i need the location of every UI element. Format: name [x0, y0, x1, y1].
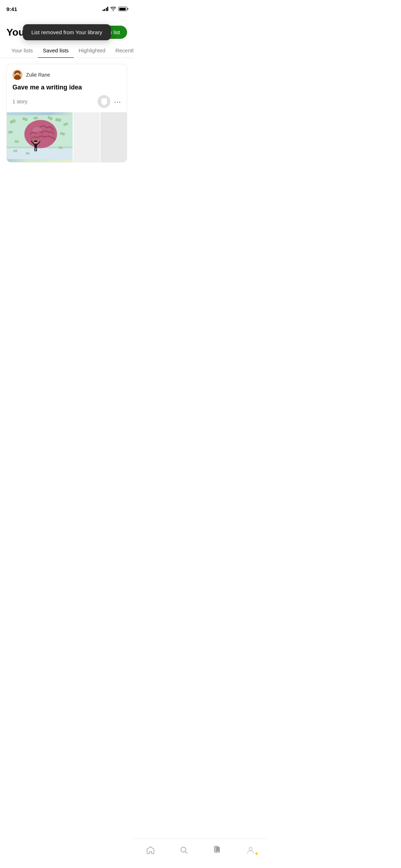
list-title[interactable]: Gave me a writing idea [12, 83, 121, 92]
toast-notification: List removed from Your library [23, 24, 111, 40]
bookmark-stack-button[interactable] [98, 95, 110, 108]
tab-your-lists[interactable]: Your lists [6, 43, 38, 58]
brain-scene-svg [7, 112, 73, 162]
list-card: Zulie Rane Gave me a writing idea 1 stor… [6, 64, 127, 162]
list-actions: ··· [98, 95, 121, 108]
list-card-top: Zulie Rane Gave me a writing idea 1 stor… [7, 64, 127, 112]
status-bar: 9:41 [0, 0, 134, 16]
tab-saved-lists[interactable]: Saved lists [38, 43, 74, 58]
content-area: Zulie Rane Gave me a writing idea 1 stor… [0, 58, 134, 168]
svg-point-19 [24, 120, 57, 148]
svg-point-3 [14, 78, 21, 80]
avatar [12, 70, 22, 80]
status-icons [103, 7, 127, 11]
svg-rect-5 [102, 99, 106, 104]
svg-point-20 [32, 126, 41, 133]
svg-rect-4 [101, 98, 106, 104]
svg-marker-6 [102, 99, 106, 104]
author-name: Zulie Rane [26, 72, 50, 78]
bookmark-icon [100, 98, 108, 105]
tab-recently[interactable]: Recently [110, 43, 134, 58]
story-count: 1 story [12, 99, 27, 104]
list-meta-row: 1 story ··· [12, 95, 121, 108]
signal-icon [103, 7, 109, 11]
battery-icon [118, 7, 127, 11]
status-time: 9:41 [6, 6, 17, 12]
image-placeholder-1 [73, 112, 100, 162]
svg-point-2 [15, 73, 20, 78]
svg-rect-21 [35, 144, 37, 148]
svg-rect-30 [13, 150, 17, 152]
image-placeholder-2 [100, 112, 127, 162]
tabs-container: Your lists Saved lists Highlighted Recen… [0, 43, 134, 58]
svg-rect-17 [15, 140, 19, 143]
wifi-icon [110, 7, 116, 11]
image-grid [7, 112, 127, 162]
tab-highlighted[interactable]: Highlighted [74, 43, 110, 58]
svg-point-23 [34, 140, 37, 142]
author-row: Zulie Rane [12, 70, 121, 80]
more-options-button[interactable]: ··· [114, 98, 121, 106]
main-image [7, 112, 73, 162]
avatar-illustration [12, 70, 22, 80]
